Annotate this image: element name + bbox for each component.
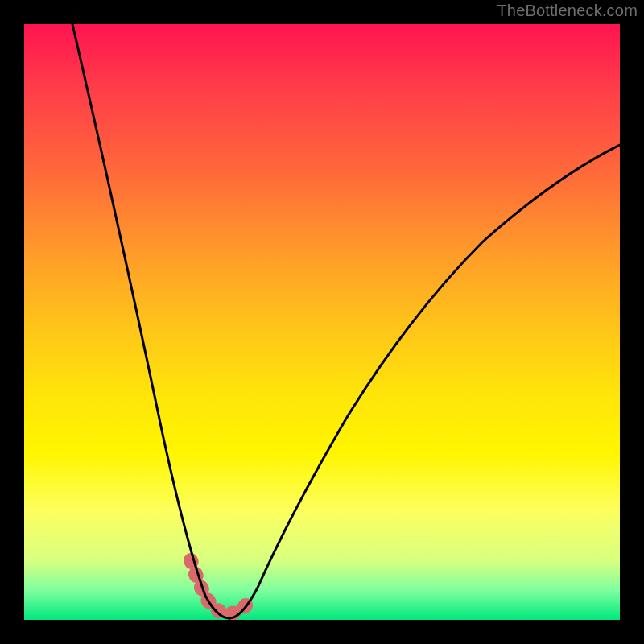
curve-svg	[24, 24, 620, 620]
bottleneck-curve-highlight	[191, 560, 250, 613]
bottleneck-curve-left	[72, 24, 229, 618]
watermark-text: TheBottleneck.com	[497, 2, 638, 20]
plot-area	[24, 24, 620, 620]
chart-frame: TheBottleneck.com	[0, 0, 644, 644]
bottleneck-curve-right	[229, 145, 620, 618]
